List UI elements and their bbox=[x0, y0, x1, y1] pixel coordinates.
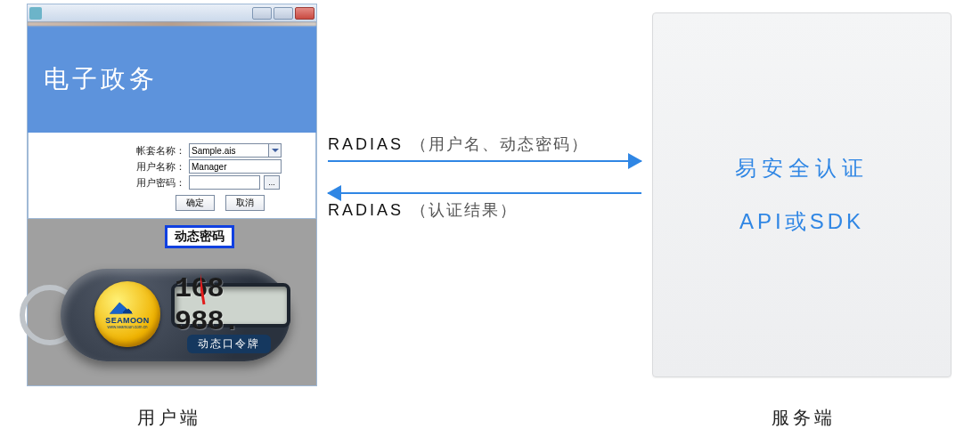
password-extra-button[interactable]: ... bbox=[264, 175, 280, 190]
suite-row: 帐套名称： bbox=[135, 143, 305, 158]
token-body: SEAMOON www.seamoon.com.cn 168 988. 动态口令… bbox=[61, 269, 290, 361]
password-input[interactable] bbox=[189, 175, 260, 190]
password-row: 用户密码： ... bbox=[135, 175, 305, 190]
request-args: （用户名、动态密码） bbox=[411, 135, 589, 153]
request-arrow-icon bbox=[328, 160, 641, 162]
cancel-button[interactable]: 取消 bbox=[225, 195, 265, 211]
response-protocol: RADIAS bbox=[328, 201, 404, 219]
client-caption: 用户端 bbox=[137, 406, 201, 430]
token-device-label: 动态口令牌 bbox=[187, 335, 271, 353]
username-input[interactable] bbox=[189, 159, 282, 174]
dynamic-password-tag: 动态密码 bbox=[165, 225, 234, 248]
server-caption: 服务端 bbox=[772, 406, 836, 430]
server-title: 易安全认证 bbox=[735, 154, 869, 182]
login-form: 帐套名称： 用户名称： 用户密码： ... 确定 取消 bbox=[28, 133, 316, 219]
flow-diagram: RADIAS （用户名、动态密码） RADIAS （认证结果） bbox=[328, 134, 641, 226]
token-brand-url: www.seamoon.com.cn bbox=[107, 325, 147, 329]
app-banner: 电子政务 bbox=[28, 26, 316, 133]
request-flow-label: RADIAS （用户名、动态密码） bbox=[328, 134, 641, 155]
suite-history-dropdown-icon[interactable] bbox=[269, 143, 282, 158]
token-lcd-value: 168 988. bbox=[175, 272, 287, 338]
suite-input[interactable] bbox=[189, 143, 269, 158]
server-box: 易安全认证 API或SDK bbox=[652, 12, 951, 377]
window-titlebar bbox=[28, 4, 316, 22]
username-row: 用户名称： bbox=[135, 159, 305, 174]
otp-token-device: SEAMOON www.seamoon.com.cn 168 988. 动态口令… bbox=[43, 269, 292, 374]
response-args: （认证结果） bbox=[411, 201, 518, 219]
password-label: 用户密码： bbox=[135, 176, 185, 190]
app-icon bbox=[29, 7, 42, 20]
banner-title: 电子政务 bbox=[44, 62, 158, 96]
token-lcd: 168 988. bbox=[171, 283, 290, 328]
token-brand-name: SEAMOON bbox=[105, 316, 149, 325]
minimize-button[interactable] bbox=[252, 7, 272, 20]
suite-label: 帐套名称： bbox=[135, 144, 185, 158]
close-button[interactable] bbox=[295, 7, 314, 20]
window-controls bbox=[252, 7, 314, 20]
decorative-strip bbox=[28, 22, 316, 26]
login-buttons: 确定 取消 bbox=[135, 195, 305, 211]
seamoon-logo-icon bbox=[110, 300, 145, 314]
response-flow-label: RADIAS （认证结果） bbox=[328, 199, 641, 221]
username-label: 用户名称： bbox=[135, 160, 185, 174]
maximize-button[interactable] bbox=[274, 7, 293, 20]
request-protocol: RADIAS bbox=[328, 135, 404, 153]
token-brand-badge: SEAMOON www.seamoon.com.cn bbox=[94, 281, 160, 347]
server-subtitle: API或SDK bbox=[739, 207, 864, 236]
ok-button[interactable]: 确定 bbox=[176, 195, 215, 211]
response-arrow-icon bbox=[328, 192, 641, 194]
